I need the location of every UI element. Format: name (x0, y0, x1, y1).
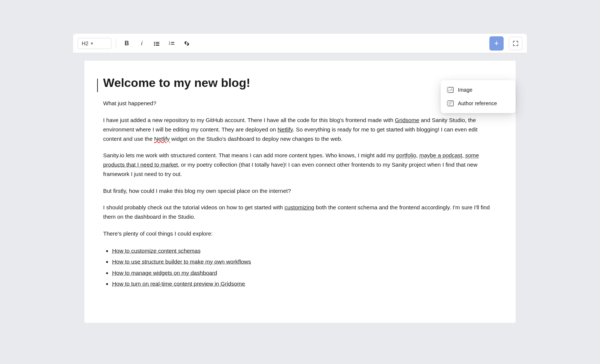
svg-rect-16 (449, 103, 452, 104)
svg-text:2.: 2. (169, 43, 171, 45)
list-item: How to use structure builder to make my … (112, 257, 497, 267)
dropdown-image-label: Image (458, 87, 472, 93)
netlify-link-2: Netlify (154, 136, 170, 142)
dropdown-item-author-reference[interactable]: Author reference (441, 97, 516, 110)
add-block-dropdown: Image Author reference (441, 80, 516, 113)
reference-icon (447, 100, 454, 106)
toolbar-divider (116, 39, 116, 48)
bold-button[interactable]: B (121, 37, 133, 49)
italic-button[interactable]: i (136, 37, 148, 49)
unordered-list-icon (153, 40, 160, 47)
editor-container: H2 ▾ B i 1. 2. (73, 34, 527, 330)
toolbar: H2 ▾ B i 1. 2. (73, 34, 527, 53)
svg-point-0 (154, 42, 155, 43)
portfolio-link: portfolio (396, 152, 416, 158)
svg-rect-14 (447, 101, 448, 106)
link-icon (183, 40, 190, 47)
paragraph-4: But firstly, how could I make this blog … (103, 186, 497, 196)
svg-rect-11 (447, 87, 448, 92)
customizing-link: customizing (285, 204, 314, 210)
paragraph-5: I should probably check out the tutorial… (103, 203, 497, 222)
ordered-list-icon: 1. 2. (168, 40, 175, 47)
svg-rect-15 (449, 102, 452, 103)
bullet-list-button[interactable] (151, 37, 163, 49)
list-item: How to turn on real-time content preview… (112, 279, 497, 289)
paragraph-6: There's plenty of cool things I could ex… (103, 229, 497, 239)
svg-rect-17 (449, 104, 451, 105)
link-button[interactable] (181, 37, 193, 49)
netlify-link-1: Netlify (278, 126, 293, 133)
svg-rect-7 (171, 42, 174, 43)
svg-point-4 (154, 45, 155, 46)
expand-icon (513, 40, 519, 46)
svg-rect-1 (156, 42, 159, 43)
gridsome-link: Gridsome (395, 117, 419, 123)
svg-rect-9 (171, 44, 174, 45)
expand-button[interactable] (509, 37, 522, 50)
svg-rect-5 (156, 45, 159, 46)
heading-select[interactable]: H2 ▾ (78, 38, 111, 49)
main-area: Welcome to my new blog! What just happen… (73, 53, 527, 330)
list-item: How to customize content schemas (112, 246, 497, 256)
bullet-list: How to customize content schemas How to … (112, 246, 497, 289)
paragraph-2: I have just added a new repository to my… (103, 116, 497, 143)
svg-point-2 (154, 43, 155, 44)
list-item: How to manage widgets on my dashboard (112, 268, 497, 278)
svg-rect-3 (156, 43, 159, 44)
paragraph-3: Sanity.io lets me work with structured c… (103, 151, 497, 179)
heading-label: H2 (82, 40, 88, 46)
ordered-list-button[interactable]: 1. 2. (166, 37, 178, 49)
add-block-button[interactable]: + (489, 36, 504, 51)
dropdown-item-image[interactable]: Image (441, 83, 516, 97)
document-title: Welcome to my new blog! (103, 76, 497, 90)
image-icon (447, 87, 454, 93)
chevron-down-icon: ▾ (91, 41, 93, 46)
paragraph-1: What just happened? (103, 99, 497, 108)
podcast-link: maybe a podcast (419, 152, 462, 158)
dropdown-author-reference-label: Author reference (458, 100, 497, 106)
